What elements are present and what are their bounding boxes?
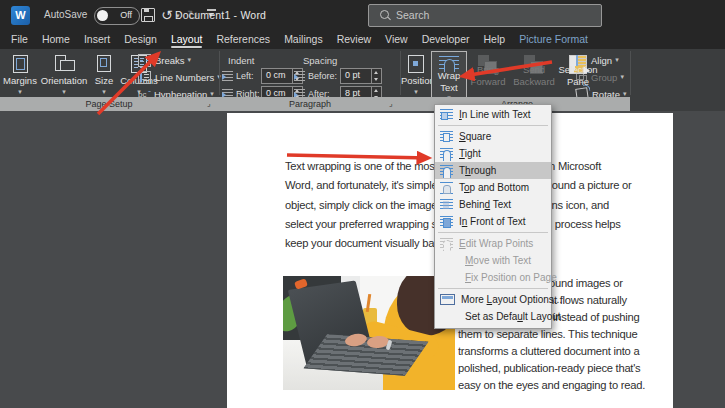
align-icon: [576, 55, 587, 66]
tab-developer[interactable]: Developer: [415, 30, 477, 49]
toggle-knob-icon: [97, 10, 108, 21]
menu-item-label: Top and Bottom: [459, 182, 529, 193]
send-backward-label-2: Backward: [510, 76, 558, 87]
menu-item-top-and-bottom[interactable]: Top and Bottom: [435, 179, 551, 196]
menu-item-label: In Line with Text: [459, 109, 531, 120]
chevron-down-icon: ▾: [90, 88, 118, 96]
send-backward-label-1: Send: [510, 64, 558, 75]
send-backward-button: Send Backward: [510, 51, 558, 97]
bring-forward-label-1: Bring: [466, 64, 510, 75]
document-title: Document1 - Word: [175, 9, 266, 21]
menu-item-label: Through: [459, 165, 496, 176]
indent-heading: Indent: [228, 55, 254, 66]
spacing-before-field: Before: 0 pt: [294, 68, 382, 83]
tab-design[interactable]: Design: [117, 30, 164, 49]
size-button[interactable]: Size ▾: [90, 51, 118, 97]
indent-left-field: Left: 0 cm: [222, 68, 303, 83]
paragraph-dialog-launcher-icon[interactable]: [389, 98, 399, 109]
indent-left-value: 0 cm: [266, 70, 286, 80]
tight-wrap-icon: [440, 148, 453, 160]
menu-separator: [438, 125, 548, 126]
position-button[interactable]: Position ▾: [401, 51, 431, 97]
indent-left-icon: [222, 71, 233, 81]
document-photo-woman-typing-on-laptop[interactable]: [283, 276, 455, 390]
bring-forward-button: Bring Forward: [466, 51, 510, 97]
ribbon-filler: [630, 97, 725, 111]
page-setup-group-label: Page Setup: [76, 99, 142, 109]
text-line: transforms a cluttered document into a: [458, 345, 639, 357]
chevron-down-icon: ▾: [620, 73, 624, 81]
menu-item-set-as-default-layout[interactable]: Set as Default Layout: [435, 308, 551, 325]
breaks-button[interactable]: Breaks ▾: [138, 53, 191, 67]
search-icon: [380, 10, 389, 19]
save-button[interactable]: [141, 5, 155, 22]
position-label: Position: [401, 75, 431, 86]
text-line: them to separate lines. This technique: [458, 328, 637, 340]
spacing-before-icon: [294, 71, 305, 81]
line-numbers-label: Line Numbers: [155, 72, 214, 83]
tab-home[interactable]: Home: [35, 30, 77, 49]
group-separator: [219, 51, 220, 95]
tab-insert[interactable]: Insert: [77, 30, 117, 49]
indent-left-label: Left:: [236, 71, 258, 81]
autosave-state: Off: [120, 10, 132, 20]
tab-file[interactable]: File: [4, 30, 35, 49]
bring-forward-label-2: Forward: [466, 76, 510, 87]
tab-mailings[interactable]: Mailings: [277, 30, 330, 49]
ribbon-tab-bar: File Home Insert Design Layout Reference…: [0, 30, 725, 49]
undo-button[interactable]: ↺: [161, 5, 173, 25]
wrap-text-label-2: Text: [432, 82, 466, 93]
menu-item-through[interactable]: Through: [435, 162, 551, 179]
save-icon: [141, 8, 155, 22]
tab-help[interactable]: Help: [477, 30, 513, 49]
wrap-text-icon: [439, 56, 459, 71]
tab-review[interactable]: Review: [330, 30, 378, 49]
orientation-button[interactable]: Orientation ▾: [39, 51, 89, 97]
margins-button[interactable]: Margins ▾: [2, 51, 38, 97]
margins-label: Margins: [2, 75, 38, 86]
menu-item-label: More Layout Options...: [461, 294, 562, 305]
menu-item-behind-text[interactable]: Behind Text: [435, 196, 551, 213]
tab-view[interactable]: View: [378, 30, 415, 49]
tab-layout[interactable]: Layout: [164, 30, 210, 49]
chevron-down-icon: ▾: [188, 56, 192, 64]
orientation-label: Orientation: [39, 75, 89, 86]
document-canvas: Text wrapping is one of the most useful …: [0, 111, 725, 408]
tab-picture-format[interactable]: Picture Format: [512, 30, 595, 49]
spacing-before-value: 0 pt: [345, 70, 360, 80]
menu-item-more-layout-options[interactable]: More Layout Options...: [435, 291, 551, 308]
menu-item-label: In Front of Text: [459, 216, 526, 227]
page-break-icon: [138, 54, 151, 67]
menu-item-label: Set as Default Layout: [465, 311, 561, 322]
menu-item-in-front-of-text[interactable]: In Front of Text: [435, 213, 551, 230]
spacing-before-input[interactable]: 0 pt: [340, 68, 382, 84]
chevron-down-icon: ▾: [39, 88, 89, 96]
autosave-toggle[interactable]: Off: [94, 7, 140, 25]
align-label: Align: [591, 55, 612, 66]
page-size-icon: [97, 55, 111, 72]
group-button: Group ▾: [576, 70, 624, 84]
in-line-with-text-icon: [440, 109, 453, 121]
indent-right-value: 0 cm: [266, 88, 286, 98]
position-icon: [408, 55, 424, 73]
menu-item-label: Behind Text: [459, 199, 511, 210]
menu-item-label: Fix Position on Page: [465, 272, 557, 283]
chevron-down-icon: ▾: [615, 56, 619, 64]
tab-references[interactable]: References: [209, 30, 277, 49]
menu-item-square[interactable]: Square: [435, 128, 551, 145]
page-setup-dialog-launcher-icon[interactable]: [207, 98, 217, 109]
spacing-before-stepper[interactable]: [371, 69, 381, 83]
group-label: Group: [591, 72, 617, 83]
menu-item-in-line-with-text[interactable]: In Line with Text: [435, 106, 551, 123]
search-input[interactable]: Search: [368, 4, 602, 27]
align-button[interactable]: Align ▾: [576, 53, 619, 67]
menu-item-tight[interactable]: Tight: [435, 145, 551, 162]
through-wrap-icon: [440, 165, 453, 177]
menu-item-label: Tight: [459, 148, 481, 159]
autosave-label: AutoSave: [44, 9, 87, 20]
line-numbers-button[interactable]: Line Numbers ▾: [138, 70, 221, 84]
group-separator: [630, 51, 631, 95]
orientation-icon: [54, 55, 74, 71]
word-window: W AutoSave Off ↺ ▾ ↻ Document1 - Word Se…: [0, 0, 725, 408]
edit-wrap-points-icon: [440, 238, 453, 250]
